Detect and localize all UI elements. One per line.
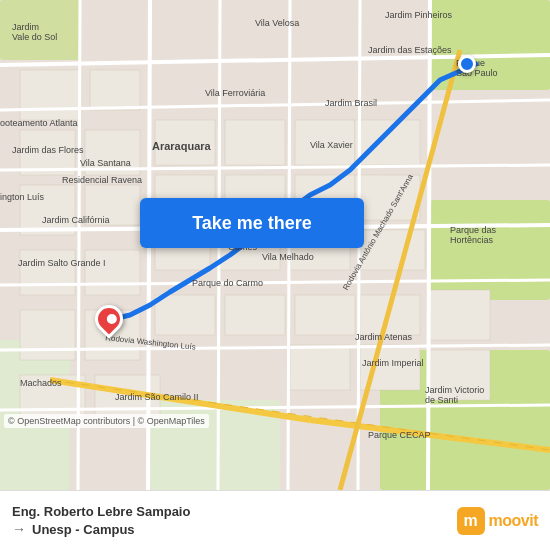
- map-label-jardim-imperial: Jardim Imperial: [362, 358, 424, 368]
- map-label-vila-xavier: Vila Xavier: [310, 140, 353, 150]
- svg-line-51: [428, 0, 430, 490]
- svg-rect-1: [0, 0, 80, 60]
- moovit-logo: m moovit: [457, 507, 538, 535]
- map-label-residencial: Residencial Ravena: [62, 175, 142, 185]
- origin-label: Eng. Roberto Lebre Sampaio: [12, 504, 190, 519]
- svg-rect-31: [20, 310, 75, 360]
- route-info: Eng. Roberto Lebre Sampaio → Unesp - Cam…: [12, 504, 190, 537]
- map-label-jardim-salto: Jardim Salto Grande I: [18, 258, 106, 268]
- svg-rect-34: [360, 345, 420, 390]
- moovit-icon: m: [457, 507, 485, 535]
- svg-rect-24: [360, 230, 425, 270]
- svg-rect-25: [20, 250, 75, 295]
- svg-line-53: [310, 420, 550, 450]
- svg-rect-29: [295, 295, 355, 335]
- svg-rect-26: [85, 250, 140, 295]
- svg-rect-13: [155, 120, 215, 165]
- svg-line-43: [0, 280, 550, 285]
- svg-rect-30: [360, 295, 420, 335]
- svg-rect-2: [430, 0, 550, 90]
- map-label-ington: ington Luís: [0, 192, 44, 202]
- svg-rect-14: [225, 120, 285, 165]
- origin-marker: [95, 305, 123, 341]
- map-label-jardim-flores: Jardim das Flores: [12, 145, 84, 155]
- bottom-bar: Eng. Roberto Lebre Sampaio → Unesp - Cam…: [0, 490, 550, 550]
- destination-label: Unesp - Campus: [32, 522, 135, 537]
- map-label-parque-hortencias: Parque dasHortências: [450, 225, 496, 245]
- svg-line-55: [340, 50, 460, 490]
- map-label-jardim-brasil: Jardim Brasil: [325, 98, 377, 108]
- svg-rect-3: [430, 200, 550, 300]
- map-label-jardim-california: Jardim Califórnia: [42, 215, 110, 225]
- svg-rect-7: [20, 70, 80, 120]
- map-label-jardim-atenas: Jardim Atenas: [355, 332, 412, 342]
- svg-rect-8: [90, 70, 140, 110]
- svg-line-40: [0, 100, 550, 110]
- svg-rect-11: [20, 185, 75, 235]
- map-label-atlanta: ooteamento Atlanta: [0, 118, 78, 128]
- svg-line-41: [0, 165, 550, 170]
- map-label-parque-cecap: Parque CECAP: [368, 430, 431, 440]
- svg-rect-15: [295, 120, 355, 165]
- svg-rect-9: [20, 130, 75, 175]
- map-label-jardim-vale2: Vale do Sol: [12, 32, 57, 42]
- map-label-machados: Machados: [20, 378, 62, 388]
- map-label-jardim-vale: Jardim: [12, 22, 39, 32]
- svg-line-45: [0, 405, 550, 410]
- svg-rect-10: [85, 130, 140, 175]
- svg-rect-20: [355, 175, 420, 220]
- map-label-vila-ferroviaria: Vila Ferroviária: [205, 88, 265, 98]
- map-label-jardim-victorio: Jardim Victoriode Santi: [425, 385, 484, 405]
- svg-rect-27: [155, 295, 215, 335]
- take-me-there-button[interactable]: Take me there: [140, 198, 364, 248]
- svg-rect-33: [290, 345, 350, 390]
- map-label-jardim-pinheiros: Jardim Pinheiros: [385, 10, 452, 20]
- map-attribution: © OpenStreetMap contributors | © OpenMap…: [4, 414, 209, 428]
- svg-rect-37: [430, 290, 490, 340]
- map-label-jardim-estacoes: Jardim das Estações: [368, 45, 452, 55]
- svg-rect-19: [355, 120, 420, 165]
- map-container: Vila Velosa Jardim Pinheiros Jardim das …: [0, 0, 550, 490]
- take-me-there-label: Take me there: [192, 213, 312, 234]
- svg-line-44: [0, 345, 550, 350]
- map-label-vila-santana: Vila Santana: [80, 158, 131, 168]
- map-label-vila-velosa: Vila Velosa: [255, 18, 299, 28]
- destination-marker: [458, 55, 476, 73]
- map-label-jardim-camilo: Jardim São Camilo II: [115, 392, 199, 402]
- map-label-araraquara: Araraquara: [152, 140, 211, 152]
- svg-rect-4: [380, 350, 550, 490]
- moovit-text: moovit: [489, 512, 538, 530]
- map-label-vila-melhado: Vila Melhado: [262, 252, 314, 262]
- svg-rect-28: [225, 295, 285, 335]
- arrow-icon: →: [12, 521, 26, 537]
- svg-rect-38: [430, 350, 490, 400]
- svg-rect-12: [85, 185, 140, 225]
- map-label-parque-carmo: Parque do Carmo: [192, 278, 263, 288]
